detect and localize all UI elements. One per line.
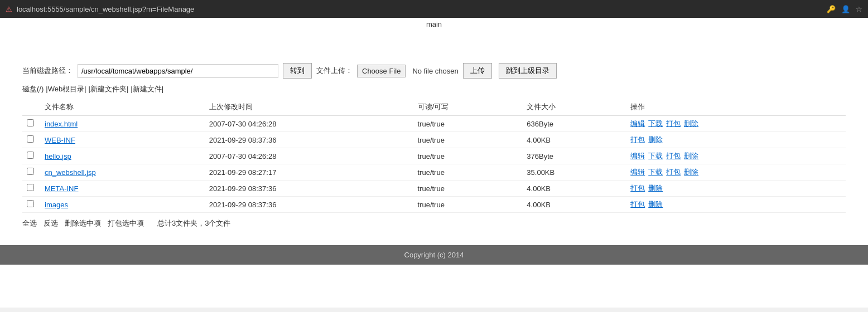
row-checkbox[interactable] [27, 184, 34, 191]
file-modified: 2007-07-30 04:26:28 [205, 148, 413, 164]
tab-bug[interactable]: bug反馈 [640, 36, 682, 53]
path-label: 当前磁盘路径： [22, 66, 73, 76]
table-row: META-INF2021-09-29 08:37:36true/true4.00… [22, 181, 846, 197]
jump-button[interactable]: 跳到上级目录 [499, 63, 557, 79]
no-file-text: No file chosen [412, 67, 458, 75]
action-下载[interactable]: 下载 [648, 152, 663, 160]
file-modified: 2021-09-29 08:27:17 [205, 164, 413, 181]
copyright-text: Copyright (c) 2014 [404, 251, 464, 259]
file-name-link[interactable]: META-INF [45, 184, 78, 193]
file-size: 4.00KB [522, 132, 626, 148]
file-permissions: true/true [413, 181, 523, 197]
tab-remote-dl[interactable]: 远程文件下载 [476, 36, 535, 53]
action-删除[interactable]: 删除 [684, 119, 698, 128]
action-删除[interactable]: 删除 [684, 168, 698, 176]
row-checkbox[interactable] [27, 152, 34, 159]
tab-bounce[interactable]: 反弹控制 [431, 36, 476, 53]
col-permissions: 可读/可写 [413, 99, 523, 116]
file-modified: 2021-09-29 08:37:36 [205, 132, 413, 148]
col-size: 文件大小 [522, 99, 626, 116]
choose-file-button[interactable]: Choose File [357, 65, 406, 77]
bottom-actions: 全选反选删除选中项打包选中项总计3文件夹，3个文件 [0, 213, 868, 234]
star-icon[interactable]: ☆ [856, 5, 862, 13]
action-打包[interactable]: 打包 [630, 135, 645, 144]
file-permissions: true/true [413, 164, 523, 181]
file-name-link[interactable]: index.html [45, 120, 78, 128]
nav-link[interactable]: 磁盘(/) [22, 85, 44, 93]
file-table: 文件名称 上次修改时间 可读/可写 文件大小 操作 index.html2007… [22, 99, 846, 213]
action-删除[interactable]: 删除 [648, 184, 663, 192]
bottom-action-打包选中项[interactable]: 打包选中项 [108, 218, 144, 228]
tab-port[interactable]: 端口扫描 [342, 36, 387, 53]
col-checkbox [22, 99, 40, 116]
tab-db[interactable]: 数据库管理 [290, 36, 342, 53]
tab-cmd[interactable]: 命令执行 [245, 36, 290, 53]
action-下载[interactable]: 下载 [648, 119, 663, 128]
person-icon[interactable]: 👤 [841, 5, 850, 13]
file-modified: 2007-07-30 04:26:28 [205, 116, 413, 132]
tab-brute[interactable]: 暴力破解 [387, 36, 431, 53]
col-actions: 操作 [626, 99, 846, 116]
file-name-link[interactable]: hello.jsp [45, 152, 71, 160]
action-打包[interactable]: 打包 [666, 119, 681, 128]
table-row: WEB-INF2021-09-29 08:37:36true/true4.00K… [22, 132, 846, 148]
action-打包[interactable]: 打包 [666, 152, 681, 160]
file-name-link[interactable]: cn_webshell.jsp [45, 168, 96, 177]
tab-files[interactable]: 文件管理 [201, 36, 245, 53]
goto-button[interactable]: 转到 [283, 63, 312, 79]
upload-button[interactable]: 上传 [463, 63, 492, 79]
tab-env[interactable]: 环境信息 [156, 36, 201, 53]
table-row: index.html2007-07-30 04:26:28true/true63… [22, 116, 846, 132]
tab-help[interactable]: 帮助 [580, 36, 610, 53]
action-删除[interactable]: 删除 [648, 200, 663, 208]
col-modified: 上次修改时间 [205, 99, 413, 116]
file-size: 376Byte [522, 148, 626, 164]
tab-remote-ctrl[interactable]: 远程控制 [535, 36, 580, 53]
nav-link[interactable]: |新建文件夹| [89, 85, 129, 93]
file-permissions: true/true [413, 116, 523, 132]
action-打包[interactable]: 打包 [630, 200, 645, 208]
file-name-link[interactable]: images [45, 201, 68, 209]
file-permissions: true/true [413, 197, 523, 213]
action-删除[interactable]: 删除 [648, 135, 663, 144]
file-name-link[interactable]: WEB-INF [45, 136, 75, 144]
nav-link[interactable]: |新建文件| [131, 85, 163, 93]
key-icon[interactable]: 🔑 [827, 5, 836, 13]
action-编辑[interactable]: 编辑 [630, 168, 645, 176]
row-checkbox[interactable] [27, 135, 34, 143]
toolbar-row: 当前磁盘路径： 转到 文件上传： Choose File No file cho… [0, 58, 868, 83]
row-checkbox[interactable] [27, 200, 34, 207]
file-table-wrapper: 文件名称 上次修改时间 可读/可写 文件大小 操作 index.html2007… [0, 99, 868, 213]
bottom-action-删除选中项[interactable]: 删除选中项 [65, 218, 101, 228]
tab-update[interactable]: 更新 [610, 36, 640, 53]
file-size: 4.00KB [522, 197, 626, 213]
bottom-action-全选[interactable]: 全选 [22, 218, 37, 228]
file-size: 636Byte [522, 116, 626, 132]
action-下载[interactable]: 下载 [648, 168, 663, 176]
action-打包[interactable]: 打包 [630, 184, 645, 192]
file-modified: 2021-09-29 08:37:36 [205, 197, 413, 213]
col-name: 文件名称 [40, 99, 205, 116]
tab-exit[interactable]: 退出 [682, 36, 712, 53]
tab-bar: 环境信息文件管理命令执行数据库管理端口扫描暴力破解反弹控制远程文件下载远程控制帮… [0, 31, 868, 53]
nav-link[interactable]: |Web根目录| [46, 85, 86, 93]
file-permissions: true/true [413, 148, 523, 164]
table-row: images2021-09-29 08:37:36true/true4.00KB… [22, 197, 846, 213]
footer: Copyright (c) 2014 [0, 245, 868, 265]
url-bar: localhost:5555/sample/cn_webshell.jsp?m=… [17, 5, 194, 13]
action-打包[interactable]: 打包 [666, 168, 681, 176]
row-checkbox[interactable] [27, 168, 34, 175]
bottom-action-反选[interactable]: 反选 [44, 218, 58, 228]
title-bar: ⚠ localhost:5555/sample/cn_webshell.jsp?… [0, 0, 868, 18]
table-row: hello.jsp2007-07-30 04:26:28true/true376… [22, 148, 846, 164]
row-checkbox[interactable] [27, 119, 34, 126]
action-编辑[interactable]: 编辑 [630, 119, 645, 128]
summary-text: 总计3文件夹，3个文件 [157, 218, 230, 228]
action-删除[interactable]: 删除 [684, 152, 698, 160]
links-row: 磁盘(/)|Web根目录||新建文件夹||新建文件| [0, 83, 868, 99]
main-content: main 环境信息文件管理命令执行数据库管理端口扫描暴力破解反弹控制远程文件下载… [0, 18, 868, 308]
action-编辑[interactable]: 编辑 [630, 152, 645, 160]
file-size: 35.00KB [522, 164, 626, 181]
main-label: main [0, 18, 868, 31]
path-input[interactable] [78, 64, 278, 78]
